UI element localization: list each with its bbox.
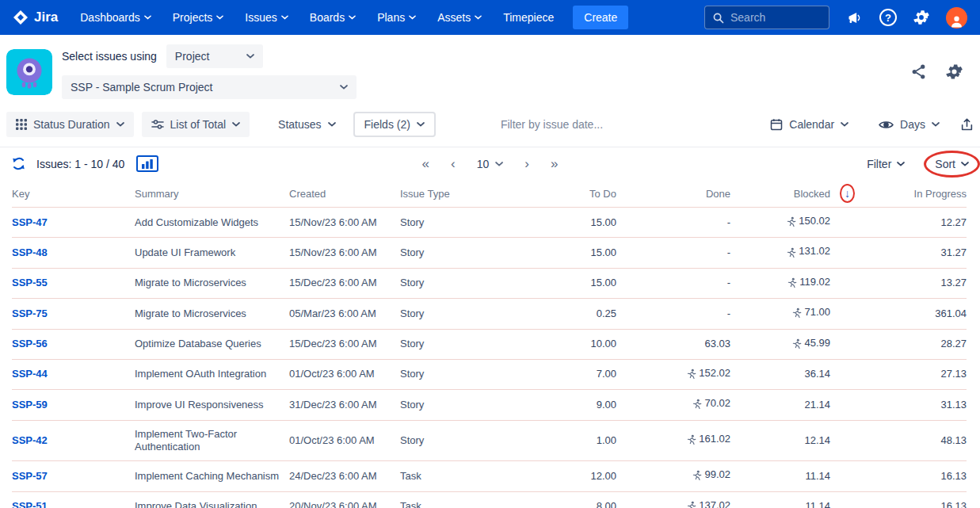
issue-key-link[interactable]: SSP-56 <box>12 338 48 349</box>
chevron-down-icon <box>961 162 969 166</box>
settings-gear-icon[interactable] <box>913 10 929 25</box>
issue-key-link[interactable]: SSP-75 <box>12 307 48 319</box>
help-icon[interactable]: ? <box>879 9 897 26</box>
top-navbar: Jira DashboardsProjectsIssuesBoardsPlans… <box>0 0 980 35</box>
issue-key-link[interactable]: SSP-59 <box>12 399 48 411</box>
sort-button[interactable]: Sort <box>935 158 969 170</box>
nav-item-issues[interactable]: Issues <box>245 11 288 24</box>
sort-label: Sort <box>935 158 955 170</box>
time-unit-button[interactable]: Days <box>869 112 949 137</box>
cell-done: - <box>616 268 730 298</box>
nav-item-timepiece[interactable]: Timepiece <box>503 11 554 24</box>
report-type-label: Status Duration <box>33 118 110 131</box>
list-type-button[interactable]: List of Total <box>142 112 250 137</box>
cell-todo: 7.00 <box>503 359 616 389</box>
issue-key-link[interactable]: SSP-42 <box>12 434 48 446</box>
cell-done: - <box>616 208 730 238</box>
project-select[interactable]: SSP - Sample Scrum Project <box>62 75 357 99</box>
issue-key-link[interactable]: SSP-44 <box>12 368 48 380</box>
column-header-done[interactable]: Done <box>616 180 730 208</box>
column-header-blocked[interactable]: Blocked ↓ <box>730 180 830 208</box>
chevron-down-icon <box>475 15 482 20</box>
global-search[interactable] <box>704 6 829 29</box>
jira-mark-icon <box>13 10 29 25</box>
search-input[interactable] <box>730 11 819 24</box>
jira-logo[interactable]: Jira <box>13 10 58 25</box>
filter-button[interactable]: Filter <box>867 158 905 170</box>
last-page-button[interactable]: » <box>551 157 558 170</box>
blocked-header-label: Blocked <box>794 188 830 200</box>
share-icon[interactable] <box>910 63 927 80</box>
report-toolbar: Status Duration List of Total Statuses F… <box>0 107 980 147</box>
user-avatar[interactable] <box>946 7 967 29</box>
time-unit-label: Days <box>900 118 925 131</box>
issue-key-link[interactable]: SSP-48 <box>12 246 48 258</box>
nav-item-plans[interactable]: Plans <box>377 11 416 24</box>
issue-key-link[interactable]: SSP-57 <box>12 470 48 482</box>
cell-in-progress: 27.13 <box>830 359 967 389</box>
cell-key: SSP-47 <box>12 208 135 238</box>
nav-item-label: Projects <box>173 11 213 24</box>
cell-blocked: 45.99 <box>730 329 830 359</box>
running-status-icon <box>691 470 702 481</box>
cell-created: 31/Dec/23 6:00 AM <box>289 390 400 420</box>
issue-key-link[interactable]: SSP-55 <box>12 277 48 288</box>
page-size-select[interactable]: 10 <box>477 158 504 170</box>
cell-blocked: 150.02 <box>730 208 830 238</box>
cell-created: 24/Dec/23 6:00 AM <box>289 461 400 491</box>
issue-date-filter-input[interactable] <box>501 118 635 131</box>
table-row: SSP-44Implement OAuth Integration01/Oct/… <box>12 359 967 389</box>
column-header-key[interactable]: Key <box>12 180 135 208</box>
nav-item-boards[interactable]: Boards <box>310 11 356 24</box>
issue-key-link[interactable]: SSP-47 <box>12 216 48 228</box>
refresh-icon[interactable] <box>11 156 26 171</box>
report-header: Select issues using Project SSP - Sample… <box>0 35 980 107</box>
cell-issue-type: Story <box>400 268 503 298</box>
fields-button[interactable]: Fields (2) <box>353 112 436 137</box>
column-header-issue-type[interactable]: Issue Type <box>400 180 503 208</box>
nav-item-dashboards[interactable]: Dashboards <box>80 11 151 24</box>
calendar-button[interactable]: Calendar <box>761 112 858 137</box>
chevron-down-icon <box>328 122 336 127</box>
sort-direction-arrow-icon[interactable]: ↓ <box>845 187 850 200</box>
nav-item-assets[interactable]: Assets <box>437 11 482 24</box>
chevron-down-icon <box>216 15 223 20</box>
running-status-icon <box>786 277 797 288</box>
cell-key: SSP-51 <box>12 491 135 508</box>
chart-view-button[interactable] <box>136 155 158 172</box>
cell-created: 05/Mar/23 6:00 AM <box>289 299 400 329</box>
nav-menu: DashboardsProjectsIssuesBoardsPlansAsset… <box>80 11 554 24</box>
column-header-created[interactable]: Created <box>289 180 400 208</box>
chevron-down-icon <box>409 15 416 20</box>
cell-in-progress: 48.13 <box>830 420 967 461</box>
report-settings-gear-icon[interactable] <box>946 63 963 80</box>
next-page-button[interactable]: › <box>524 157 529 170</box>
cell-issue-type: Story <box>400 390 503 420</box>
cell-key: SSP-56 <box>12 329 135 359</box>
running-status-icon <box>685 501 696 508</box>
nav-item-projects[interactable]: Projects <box>173 11 224 24</box>
cell-created: 15/Nov/23 6:00 AM <box>289 208 400 238</box>
list-bar: Issues: 1 - 10 / 40 « ‹ 10 › » Filter So… <box>0 147 980 180</box>
statuses-label: Statuses <box>278 118 321 131</box>
cell-created: 01/Oct/23 6:00 AM <box>289 420 400 461</box>
announcements-icon[interactable] <box>846 10 863 26</box>
table-row: SSP-42Implement Two-Factor Authenticatio… <box>12 420 967 461</box>
issues-table-body: SSP-47Add Customizable Widgets15/Nov/23 … <box>12 208 967 508</box>
report-type-button[interactable]: Status Duration <box>6 112 134 137</box>
column-header-in-progress[interactable]: In Progress <box>830 180 967 208</box>
issues-table-wrap: Key Summary Created Issue Type To Do Don… <box>0 180 980 508</box>
list-type-label: List of Total <box>170 118 227 131</box>
create-button[interactable]: Create <box>573 6 628 29</box>
issue-source-select[interactable]: Project <box>166 44 263 68</box>
cell-created: 15/Dec/23 6:00 AM <box>289 268 400 298</box>
first-page-button[interactable]: « <box>422 157 429 170</box>
export-icon[interactable] <box>960 118 974 132</box>
cell-key: SSP-55 <box>12 268 135 298</box>
calendar-label: Calendar <box>789 118 834 131</box>
column-header-summary[interactable]: Summary <box>135 180 289 208</box>
prev-page-button[interactable]: ‹ <box>451 157 456 170</box>
column-header-todo[interactable]: To Do <box>503 180 616 208</box>
statuses-button[interactable]: Statuses <box>269 112 345 137</box>
issue-key-link[interactable]: SSP-51 <box>12 500 48 508</box>
